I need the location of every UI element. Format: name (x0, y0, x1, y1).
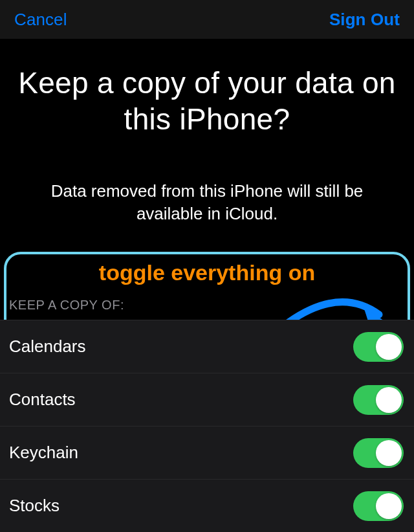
toggle-stocks[interactable] (353, 491, 404, 521)
list-item: Calendars (0, 320, 414, 373)
toggle-calendars[interactable] (353, 332, 404, 362)
list-item-label: Keychain (9, 443, 78, 463)
toggle-knob (376, 334, 402, 360)
list-item: Contacts (0, 373, 414, 426)
list-item: Keychain (0, 426, 414, 479)
cancel-button[interactable]: Cancel (14, 10, 67, 30)
list-item-label: Contacts (9, 390, 76, 410)
data-options-list: Calendars Contacts Keychain Stocks (0, 320, 414, 532)
toggle-keychain[interactable] (353, 438, 404, 468)
section-header: KEEP A COPY OF: (9, 298, 124, 313)
page-title: Keep a copy of your data on this iPhone? (13, 65, 401, 137)
annotation-callout-text: toggle everything on (0, 260, 414, 285)
toggle-knob (376, 440, 402, 466)
list-item-label: Stocks (9, 496, 60, 516)
page-subtitle: Data removed from this iPhone will still… (16, 180, 398, 225)
toggle-knob (376, 493, 402, 519)
toggle-knob (376, 387, 402, 413)
list-item: Stocks (0, 479, 414, 532)
list-item-label: Calendars (9, 337, 86, 357)
nav-bar: Cancel Sign Out (0, 0, 414, 39)
sign-out-button[interactable]: Sign Out (329, 10, 400, 30)
toggle-contacts[interactable] (353, 385, 404, 415)
